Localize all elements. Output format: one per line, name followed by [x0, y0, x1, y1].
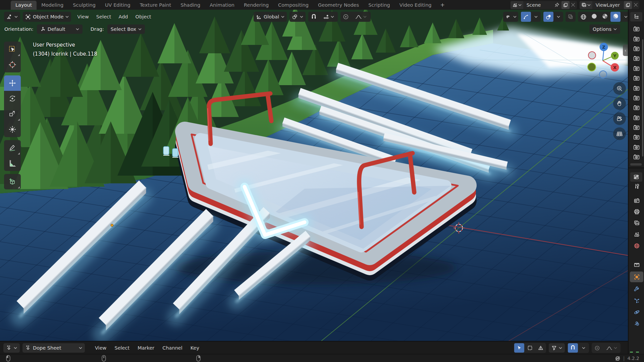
- dope-mode-selector[interactable]: Dope Sheet: [22, 343, 85, 353]
- dope-menu-select[interactable]: Select: [110, 344, 133, 352]
- overlays-dropdown[interactable]: [554, 12, 563, 22]
- proportional-editing-toggle[interactable]: [341, 12, 351, 22]
- properties-tab-modifiers[interactable]: [630, 284, 643, 295]
- tab-scripting[interactable]: Scripting: [364, 1, 394, 10]
- sidebar-toggle-tab[interactable]: ‹: [623, 45, 628, 56]
- tool-select-box[interactable]: [4, 42, 21, 57]
- scene-selector[interactable]: Scene: [511, 1, 577, 9]
- pivot-point-selector[interactable]: [289, 12, 306, 22]
- dope-editor-type-selector[interactable]: [3, 343, 20, 353]
- remove-view-layer-button[interactable]: [632, 1, 639, 9]
- properties-editor-selector[interactable]: [630, 172, 642, 182]
- show-gizmos-toggle[interactable]: [521, 12, 531, 22]
- properties-tab-scene[interactable]: [630, 229, 643, 240]
- shading-rendered-button[interactable]: [610, 12, 621, 22]
- dope-falloff-selector[interactable]: [603, 343, 620, 353]
- tab-animation[interactable]: Animation: [205, 1, 239, 10]
- shading-dropdown[interactable]: [621, 12, 628, 22]
- axis-minus-z-handle[interactable]: [599, 71, 607, 78]
- pin-icon[interactable]: [553, 1, 561, 9]
- tab-shading[interactable]: Shading: [176, 1, 205, 10]
- tab-compositing[interactable]: Compositing: [273, 1, 313, 10]
- properties-tab-constraints[interactable]: [630, 318, 643, 328]
- outliner-scrollbar[interactable]: [642, 39, 643, 157]
- tool-rotate[interactable]: [4, 91, 21, 106]
- new-view-layer-button[interactable]: [624, 1, 632, 9]
- properties-tab-view-layer[interactable]: [630, 218, 643, 228]
- dope-snap-toggle[interactable]: [568, 343, 578, 353]
- menu-select[interactable]: Select: [93, 13, 115, 21]
- new-scene-button[interactable]: [561, 1, 570, 9]
- mode-selector[interactable]: Object Mode: [23, 12, 71, 22]
- tab-video-editing[interactable]: Video Editing: [395, 1, 436, 10]
- dope-menu-marker[interactable]: Marker: [133, 344, 158, 352]
- tab-uv-editing[interactable]: UV Editing: [100, 1, 135, 10]
- axis-minus-x-handle[interactable]: [588, 52, 596, 59]
- snap-toggle[interactable]: [309, 12, 319, 22]
- properties-tab-output[interactable]: [630, 206, 643, 217]
- shading-solid-button[interactable]: [589, 12, 599, 22]
- properties-tab-particles[interactable]: [630, 295, 643, 306]
- properties-tab-tool[interactable]: [630, 181, 643, 192]
- unlink-scene-button[interactable]: [570, 1, 577, 9]
- tab-texture-paint[interactable]: Texture Paint: [135, 1, 176, 10]
- xray-toggle[interactable]: [566, 12, 576, 22]
- properties-tab-physics[interactable]: [630, 307, 643, 317]
- tab-rendering[interactable]: Rendering: [239, 1, 273, 10]
- only-selected-toggle[interactable]: [514, 343, 524, 353]
- drag-dropdown[interactable]: Select Box: [107, 24, 145, 34]
- outliner-editor-selector[interactable]: [630, 12, 642, 21]
- filter-dropdown[interactable]: [549, 343, 565, 353]
- menu-view[interactable]: View: [74, 13, 92, 21]
- tool-move[interactable]: [4, 75, 21, 91]
- add-workspace-button[interactable]: +: [436, 1, 449, 10]
- dope-snap-dropdown[interactable]: [579, 343, 589, 353]
- tool-transform[interactable]: [4, 122, 21, 137]
- cursor-arrow-icon: [517, 345, 522, 351]
- properties-tab-object[interactable]: [630, 272, 643, 282]
- menu-add[interactable]: Add: [115, 13, 131, 21]
- options-button[interactable]: Options: [589, 24, 620, 34]
- ortho-toggle-button[interactable]: [613, 127, 626, 140]
- viewport-3d[interactable]: Object Mode View Select Add Object Globa…: [0, 10, 628, 341]
- zoom-button[interactable]: [613, 82, 626, 95]
- object-visibility-selector[interactable]: [503, 12, 518, 22]
- outliner-hscrollbar[interactable]: [630, 163, 642, 166]
- show-overlays-toggle[interactable]: [543, 12, 553, 22]
- proportional-falloff-selector[interactable]: [352, 12, 370, 22]
- transform-orientation-selector[interactable]: Global: [254, 12, 287, 22]
- axis-minus-y-handle[interactable]: [588, 63, 596, 71]
- properties-tab-render[interactable]: [630, 195, 643, 206]
- gizmos-dropdown[interactable]: [532, 12, 540, 22]
- tool-annotate[interactable]: [4, 140, 21, 156]
- tab-geometry-nodes[interactable]: Geometry Nodes: [313, 1, 364, 10]
- tool-add-cube[interactable]: [4, 174, 21, 189]
- properties-tab-world[interactable]: [630, 240, 643, 251]
- snap-settings[interactable]: [319, 12, 337, 22]
- camera-view-button[interactable]: [613, 112, 626, 125]
- dope-menu-view[interactable]: View: [91, 344, 110, 352]
- dope-menu-key[interactable]: Key: [186, 344, 203, 352]
- menu-object[interactable]: Object: [132, 13, 155, 21]
- tab-layout[interactable]: Layout: [11, 1, 37, 10]
- orientation-dropdown[interactable]: Default: [37, 24, 83, 34]
- dope-proportional-toggle[interactable]: [592, 343, 602, 353]
- dope-menu-channel[interactable]: Channel: [158, 344, 186, 352]
- show-hidden-toggle[interactable]: [525, 343, 535, 353]
- tab-sculpting[interactable]: Sculpting: [68, 1, 100, 10]
- tab-modeling[interactable]: Modeling: [37, 1, 68, 10]
- properties-tab-collection[interactable]: [630, 259, 643, 270]
- view-layer-selector[interactable]: ViewLayer: [580, 1, 639, 9]
- tool-cursor[interactable]: [4, 57, 21, 72]
- render-visibility-camera-icon[interactable]: [629, 24, 644, 34]
- shading-wireframe-button[interactable]: [578, 12, 588, 22]
- tool-scale[interactable]: [4, 106, 21, 122]
- shading-material-button[interactable]: [600, 12, 610, 22]
- navigation-gizmo[interactable]: Z Y X: [583, 40, 623, 80]
- tool-measure[interactable]: [4, 156, 21, 171]
- show-errors-toggle[interactable]: [536, 343, 546, 353]
- outliner[interactable]: [629, 10, 644, 168]
- editor-type-selector[interactable]: [4, 12, 20, 22]
- pan-button[interactable]: [613, 97, 626, 110]
- properties-editor[interactable]: [629, 168, 644, 354]
